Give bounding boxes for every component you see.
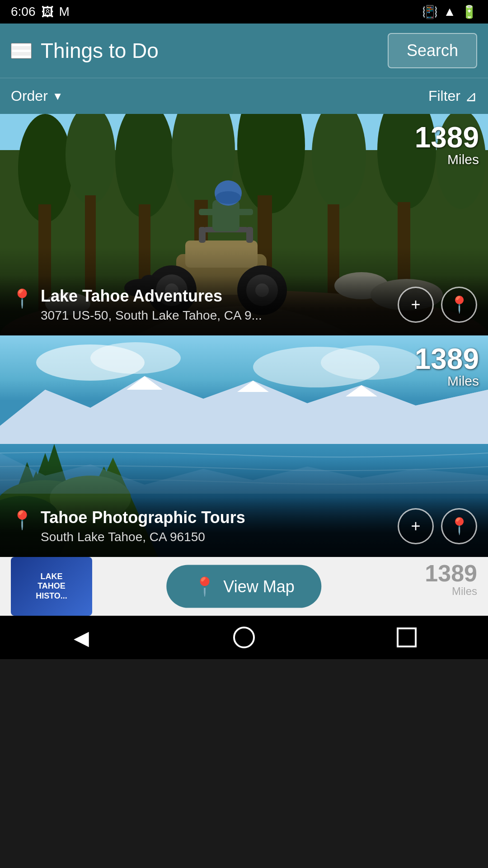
card-overlay-2: 📍 Tahoe Photographic Tours South Lake Ta… bbox=[0, 497, 488, 557]
hamburger-line-3 bbox=[12, 56, 31, 58]
email-icon: M bbox=[59, 5, 70, 19]
card-address-2: South Lake Tahoe, CA 96150 bbox=[41, 530, 245, 544]
order-button[interactable]: Order ▼ bbox=[11, 88, 63, 104]
navigate-button-1[interactable]: 📍 bbox=[441, 287, 477, 323]
app-header: Things to Do Search bbox=[0, 24, 488, 78]
filter-button[interactable]: Filter ⊿ bbox=[428, 88, 477, 105]
battery-icon: 🔋 bbox=[461, 5, 477, 19]
card-address-1: 3071 US-50, South Lake Tahoe, CA 9... bbox=[41, 308, 262, 323]
card-actions-1: + 📍 bbox=[398, 287, 477, 323]
status-right: 📳 ▲ 🔋 bbox=[422, 5, 477, 19]
back-button[interactable]: ◀ bbox=[59, 624, 104, 651]
distance-unit-1: Miles bbox=[415, 152, 479, 167]
home-button[interactable] bbox=[221, 624, 267, 651]
card-actions-2: + 📍 bbox=[398, 508, 477, 544]
search-button[interactable]: Search bbox=[388, 33, 477, 68]
location-pin-icon-1: 📍 bbox=[11, 288, 33, 309]
card-text-2: Tahoe Photographic Tours South Lake Taho… bbox=[41, 508, 245, 544]
view-map-label: View Map bbox=[223, 577, 294, 596]
hamburger-line-1 bbox=[12, 44, 31, 46]
card-text-1: Lake Tahoe Adventures 3071 US-50, South … bbox=[41, 286, 262, 323]
view-map-icon: 📍 bbox=[193, 576, 216, 597]
menu-button[interactable] bbox=[11, 43, 32, 59]
filter-bar: Order ▼ Filter ⊿ bbox=[0, 78, 488, 114]
filter-label: Filter bbox=[428, 88, 460, 104]
navigation-bar: ◀ bbox=[0, 616, 488, 659]
order-chevron-icon: ▼ bbox=[52, 90, 63, 103]
home-circle-icon bbox=[233, 627, 255, 648]
distance-badge-1: 1389 Miles bbox=[415, 123, 479, 167]
recent-apps-icon bbox=[397, 627, 417, 647]
view-map-button[interactable]: 📍 View Map bbox=[166, 565, 321, 608]
card-overlay-1: 📍 Lake Tahoe Adventures 3071 US-50, Sout… bbox=[0, 275, 488, 335]
order-label: Order bbox=[11, 88, 48, 104]
card-partial-distance-3: 1389 Miles bbox=[425, 561, 477, 598]
add-to-list-button-1[interactable]: + bbox=[398, 287, 434, 323]
card-partial-logo-3: LAKETAHOEHISTO... bbox=[11, 557, 92, 616]
plus-icon-1: + bbox=[411, 295, 420, 314]
navigate-button-2[interactable]: 📍 bbox=[441, 508, 477, 544]
filter-funnel-icon: ⊿ bbox=[465, 88, 477, 105]
time-display: 6:06 bbox=[11, 5, 36, 19]
distance-badge-2: 1389 Miles bbox=[415, 344, 479, 389]
hamburger-line-2 bbox=[12, 50, 31, 52]
distance-number-2: 1389 bbox=[415, 344, 479, 373]
distance-unit-2: Miles bbox=[415, 373, 479, 389]
status-bar: 6:06 🖼 M 📳 ▲ 🔋 bbox=[0, 0, 488, 24]
header-left: Things to Do bbox=[11, 38, 159, 63]
partial-dist-unit-3: Miles bbox=[425, 585, 477, 598]
wifi-icon: ▲ bbox=[443, 5, 456, 19]
plus-icon-2: + bbox=[411, 517, 420, 536]
photo-icon: 🖼 bbox=[41, 5, 54, 19]
map-pin-icon-1: 📍 bbox=[449, 295, 469, 314]
card-title-1: Lake Tahoe Adventures bbox=[41, 286, 262, 306]
card-info-2: 📍 Tahoe Photographic Tours South Lake Ta… bbox=[11, 508, 398, 544]
vibrate-icon: 📳 bbox=[422, 5, 438, 19]
distance-number-1: 1389 bbox=[415, 123, 479, 152]
card-lake-tahoe-adventures[interactable]: 1389 Miles 📍 Lake Tahoe Adventures 3071 … bbox=[0, 114, 488, 335]
card-title-2: Tahoe Photographic Tours bbox=[41, 508, 245, 527]
location-pin-icon-2: 📍 bbox=[11, 509, 33, 531]
card-info-1: 📍 Lake Tahoe Adventures 3071 US-50, Sout… bbox=[11, 286, 398, 323]
card-partial-3[interactable]: LAKETAHOEHISTO... 1389 Miles 📍 View Map bbox=[0, 557, 488, 616]
partial-dist-num-3: 1389 bbox=[425, 561, 477, 585]
logo-text-3: LAKETAHOEHISTO... bbox=[36, 572, 67, 601]
map-pin-icon-2: 📍 bbox=[449, 517, 469, 536]
add-to-list-button-2[interactable]: + bbox=[398, 508, 434, 544]
card-tahoe-photographic-tours[interactable]: 1389 Miles 📍 Tahoe Photographic Tours So… bbox=[0, 335, 488, 557]
page-title: Things to Do bbox=[41, 38, 159, 63]
status-left: 6:06 🖼 M bbox=[11, 5, 70, 19]
recent-apps-button[interactable] bbox=[384, 624, 429, 651]
